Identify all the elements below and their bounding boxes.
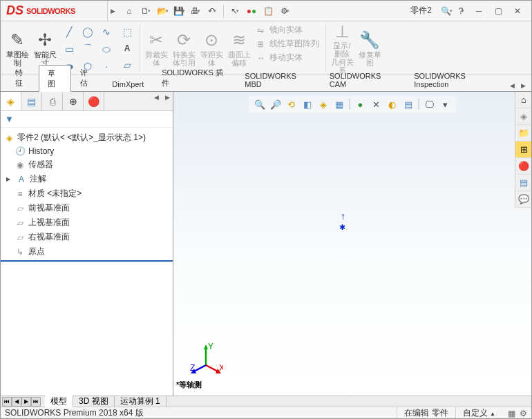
taskpane-custom-props[interactable]: ▤ xyxy=(515,175,531,191)
rebuild-button[interactable]: ●● xyxy=(244,3,259,19)
ellipse-tool[interactable]: ⬭ xyxy=(97,41,115,57)
tree-right-plane[interactable]: ▱ 右视基准面 xyxy=(1,230,173,244)
tree-material[interactable]: ≡ 材质 <未指定> xyxy=(1,186,173,201)
search-button[interactable]: 🔍▾ xyxy=(439,3,454,19)
tab-mbd[interactable]: SOLIDWORKS MBD xyxy=(236,68,320,91)
linear-pattern-tool[interactable]: ⊞线性草图阵列 xyxy=(257,38,319,50)
settings-button[interactable]: ⚙▾ xyxy=(277,3,292,19)
maximize-button[interactable]: ▢ xyxy=(488,3,508,19)
tabs-scroll-left[interactable]: ◀ xyxy=(506,80,517,91)
display-style-button[interactable]: ▦ xyxy=(332,97,346,111)
tree-root[interactable]: ◈ 零件2 (默认< <默认>_显示状态 1>) xyxy=(1,130,173,145)
window-controls: 🔍▾ ?▾ ─ ▢ ✕ xyxy=(439,3,531,19)
prev-view-button[interactable]: ⟲ xyxy=(285,97,298,111)
feature-tree: ◈ 零件2 (默认< <默认>_显示状态 1>) 🕘 History ◉ 传感器… xyxy=(1,128,173,396)
tab-sketch[interactable]: 草图 xyxy=(39,65,71,92)
plane-tool[interactable]: ▱ xyxy=(118,57,136,72)
zoom-fit-button[interactable]: 🔍 xyxy=(253,97,267,111)
tab-evaluate[interactable]: 评估 xyxy=(71,64,104,91)
expand-icon[interactable]: ▶ xyxy=(6,176,13,182)
home-button[interactable]: ⌂ xyxy=(122,3,137,19)
panel-scroll-left[interactable]: ◀ xyxy=(151,92,162,103)
close-button[interactable]: ✕ xyxy=(508,3,527,19)
render-dd-button[interactable]: ▾ xyxy=(439,97,453,111)
move-tool[interactable]: ↔移动实体 xyxy=(257,52,319,64)
mirror-icon: ⇋ xyxy=(257,26,267,35)
tree-top-plane[interactable]: ▱ 上视基准面 xyxy=(1,215,173,230)
status-rebuild-icon[interactable]: ⚙ xyxy=(520,409,527,418)
bottom-tab-3dview[interactable]: 3D 视图 xyxy=(73,396,115,407)
open-button[interactable]: 📂▾ xyxy=(155,3,170,19)
pattern-tools: ⇋镜向实体 ⊞线性草图阵列 ↔移动实体 xyxy=(253,23,323,73)
bottom-tab-motion1[interactable]: 运动算例 1 xyxy=(115,396,167,407)
panel-tab-config[interactable]: ⎙ xyxy=(42,92,63,110)
move-icon: ↔ xyxy=(257,53,267,63)
apply-scene-button[interactable]: ◐ xyxy=(386,97,399,111)
tree-rollback-bar[interactable] xyxy=(1,260,173,262)
tree-annotations[interactable]: ▶ A 注解 xyxy=(1,172,173,186)
tree-sensors[interactable]: ◉ 传感器 xyxy=(1,157,173,172)
taskpane-forum[interactable]: 💬 xyxy=(515,191,531,208)
main-area: ◈ ▤ ⎙ ⊕ 🔴 ◀ ▶ ▼ ◈ 零件2 (默认< <默认>_显示状态 1>)… xyxy=(1,92,531,396)
tab-features[interactable]: 特征 xyxy=(6,64,39,91)
bottom-prev[interactable]: ◀ xyxy=(12,397,21,407)
plane-icon: ▱ xyxy=(15,233,26,242)
render-button[interactable]: 🖵 xyxy=(423,97,437,111)
fillet-tool[interactable]: ⬚ xyxy=(118,23,136,39)
panel-tab-dimxpert[interactable]: ⊕ xyxy=(63,92,84,110)
taskpane-view-palette[interactable]: ⊞ xyxy=(515,142,531,158)
text-tool[interactable]: A xyxy=(118,40,136,56)
minimize-button[interactable]: ─ xyxy=(469,3,488,19)
panel-tab-display[interactable]: 🔴 xyxy=(84,92,104,110)
tabs-scroll-right[interactable]: ▶ xyxy=(517,80,529,91)
select-button[interactable]: ↖▾ xyxy=(227,3,243,19)
edit-appearance-button[interactable]: ✕ xyxy=(370,97,383,111)
taskpane-appearances[interactable]: 🔴 xyxy=(515,158,531,175)
repair-sketch-button[interactable]: 🔧 修复草 图 xyxy=(356,23,383,73)
zoom-area-button[interactable]: 🔎 xyxy=(269,97,283,111)
panel-tab-property[interactable]: ▤ xyxy=(21,92,42,110)
line-tool[interactable]: ╱ xyxy=(60,23,78,40)
arc-tool[interactable]: ⌒ xyxy=(79,41,97,57)
filter-icon[interactable]: ▼ xyxy=(5,114,14,124)
menu-expand-icon[interactable]: ▶ xyxy=(108,8,117,14)
hide-show-button[interactable]: ● xyxy=(354,97,368,111)
options-list-button[interactable]: 📋 xyxy=(260,3,276,19)
help-button[interactable]: ?▾ xyxy=(454,3,469,19)
taskpane-home[interactable]: ⌂ xyxy=(515,92,531,108)
circle-tool[interactable]: ◯ xyxy=(79,23,97,40)
print-button[interactable]: 🖶▾ xyxy=(188,3,203,19)
spline-tool[interactable]: ∿ xyxy=(97,23,115,40)
tab-inspection[interactable]: SOLIDWORKS Inspection xyxy=(405,68,506,91)
filter-row: ▼ xyxy=(1,111,173,128)
rect-tool[interactable]: ▭ xyxy=(60,41,78,57)
show-delete-relations-button[interactable]: ⊥ 显示/删除 几何关系 xyxy=(328,23,356,73)
tree-history[interactable]: 🕘 History xyxy=(1,145,173,157)
undo-button[interactable]: ↶▾ xyxy=(205,3,220,19)
bottom-next[interactable]: ▶ xyxy=(21,397,31,407)
section-view-button[interactable]: ◧ xyxy=(301,97,314,111)
view-settings-button[interactable]: ▤ xyxy=(401,97,415,111)
panel-tab-feature-tree[interactable]: ◈ xyxy=(1,92,21,110)
tab-addins[interactable]: SOLIDWORKS 插件 xyxy=(153,64,236,91)
tab-dimxpert[interactable]: DimXpert xyxy=(103,77,153,91)
taskpane-file-explorer[interactable]: 📁 xyxy=(515,125,531,142)
status-custom[interactable]: 自定义 ▲ xyxy=(455,407,502,419)
bottom-scroll: ⏮ ◀ ▶ ⏭ xyxy=(2,397,41,407)
sketch-icon: ✎ xyxy=(10,30,24,50)
new-button[interactable]: 🗋▾ xyxy=(138,3,153,19)
view-orient-button[interactable]: ◈ xyxy=(316,97,330,111)
taskpane-design-library[interactable]: ◈ xyxy=(515,108,531,125)
panel-scroll-right[interactable]: ▶ xyxy=(162,92,173,103)
viewport[interactable]: 🔍 🔎 ⟲ ◧ ◈ ▦ ● ✕ ◐ ▤ 🖵 ▾ ↑ ✱ Y xyxy=(173,92,531,396)
save-button[interactable]: 💾▾ xyxy=(171,3,187,19)
status-unit-icon[interactable]: ▦ xyxy=(508,409,515,418)
bottom-first[interactable]: ⏮ xyxy=(2,397,12,407)
tab-cam[interactable]: SOLIDWORKS CAM xyxy=(321,68,405,91)
mirror-tool[interactable]: ⇋镜向实体 xyxy=(257,24,319,36)
tree-origin[interactable]: ↳ 原点 xyxy=(1,244,173,259)
tree-front-plane[interactable]: ▱ 前视基准面 xyxy=(1,201,173,215)
bottom-last[interactable]: ⏭ xyxy=(31,397,41,407)
bottom-tab-model[interactable]: 模型 xyxy=(45,396,73,407)
view-triad[interactable]: Y X Z xyxy=(189,343,223,378)
